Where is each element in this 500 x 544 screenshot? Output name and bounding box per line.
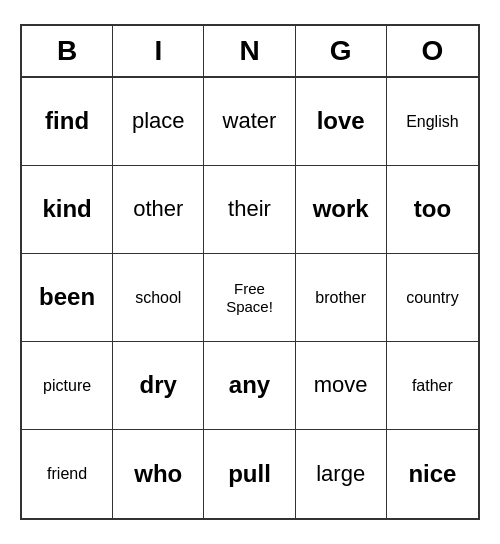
cell-1-2: their: [204, 166, 295, 254]
cell-text: too: [414, 195, 451, 224]
cell-4-3: large: [296, 430, 387, 518]
cell-text: water: [223, 108, 277, 134]
cell-text: friend: [47, 464, 87, 483]
cell-1-3: work: [296, 166, 387, 254]
bingo-card: BINGO findplacewaterloveEnglishkindother…: [20, 24, 480, 520]
cell-1-4: too: [387, 166, 478, 254]
cell-1-1: other: [113, 166, 204, 254]
cell-3-3: move: [296, 342, 387, 430]
cell-0-2: water: [204, 78, 295, 166]
header-letter: I: [113, 26, 204, 76]
cell-0-4: English: [387, 78, 478, 166]
cell-text: pull: [228, 460, 271, 489]
cell-text: nice: [408, 460, 456, 489]
cell-text: been: [39, 283, 95, 312]
cell-text: dry: [140, 371, 177, 400]
header-letter: B: [22, 26, 113, 76]
cell-2-4: country: [387, 254, 478, 342]
bingo-grid: findplacewaterloveEnglishkindothertheirw…: [22, 78, 478, 518]
cell-3-4: father: [387, 342, 478, 430]
cell-4-2: pull: [204, 430, 295, 518]
cell-text: English: [406, 112, 458, 131]
cell-2-3: brother: [296, 254, 387, 342]
cell-text: country: [406, 288, 458, 307]
cell-4-0: friend: [22, 430, 113, 518]
cell-0-0: find: [22, 78, 113, 166]
cell-2-0: been: [22, 254, 113, 342]
cell-text: love: [317, 107, 365, 136]
cell-text: kind: [42, 195, 91, 224]
cell-0-1: place: [113, 78, 204, 166]
header-letter: G: [296, 26, 387, 76]
cell-text: place: [132, 108, 185, 134]
cell-text: find: [45, 107, 89, 136]
cell-text: brother: [315, 288, 366, 307]
cell-3-2: any: [204, 342, 295, 430]
cell-2-2: FreeSpace!: [204, 254, 295, 342]
cell-text: large: [316, 461, 365, 487]
header-letter: N: [204, 26, 295, 76]
cell-4-4: nice: [387, 430, 478, 518]
cell-1-0: kind: [22, 166, 113, 254]
cell-text: their: [228, 196, 271, 222]
cell-2-1: school: [113, 254, 204, 342]
cell-text: picture: [43, 376, 91, 395]
cell-3-0: picture: [22, 342, 113, 430]
cell-text: FreeSpace!: [226, 280, 273, 316]
bingo-header: BINGO: [22, 26, 478, 78]
cell-0-3: love: [296, 78, 387, 166]
cell-text: move: [314, 372, 368, 398]
cell-text: who: [134, 460, 182, 489]
cell-text: father: [412, 376, 453, 395]
header-letter: O: [387, 26, 478, 76]
cell-3-1: dry: [113, 342, 204, 430]
cell-text: school: [135, 288, 181, 307]
cell-text: work: [313, 195, 369, 224]
cell-text: other: [133, 196, 183, 222]
cell-4-1: who: [113, 430, 204, 518]
cell-text: any: [229, 371, 270, 400]
